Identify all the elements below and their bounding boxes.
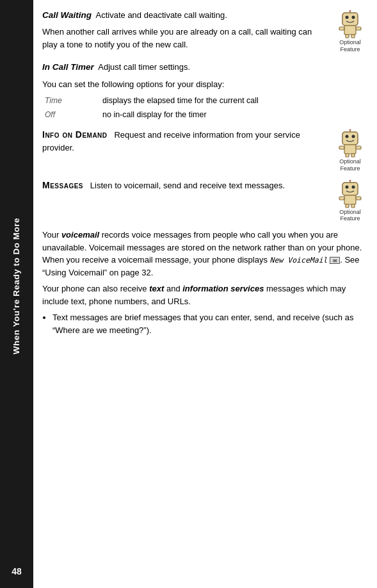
voicemail-section: Your voicemail records voice messages fr…: [42, 229, 367, 336]
messages-optional-icon: OptionalFeature: [333, 179, 367, 223]
optional-feature-svg-2: [336, 129, 364, 158]
in-call-timer-section: In Call Timer Adjust call timer settings…: [42, 61, 367, 122]
info-on-demand-section: Info on Demand Request and receive infor…: [42, 128, 367, 172]
svg-point-23: [346, 185, 349, 188]
info-on-demand-para: Info on Demand Request and receive infor…: [42, 128, 328, 154]
text-para-mid: and: [164, 284, 182, 293]
info-on-demand-heading: Info on Demand: [42, 129, 108, 140]
svg-rect-31: [351, 204, 355, 208]
in-call-timer-heading-para: In Call Timer Adjust call timer settings…: [42, 61, 367, 74]
call-waiting-detail: When another call arrives while you are …: [42, 26, 328, 51]
messages-text: Messages Listen to voicemail, send and r…: [42, 179, 333, 196]
svg-rect-17: [344, 145, 356, 154]
optional-feature-label-1: OptionalFeature: [339, 39, 361, 53]
svg-rect-29: [356, 197, 361, 200]
voicemail-para: Your voicemail records voice messages fr…: [42, 229, 367, 279]
messages-intro: Listen to voicemail, send and receive te…: [90, 181, 285, 190]
svg-rect-22: [342, 183, 358, 195]
optional-feature-label-3: OptionalFeature: [339, 209, 361, 223]
messages-section: Messages Listen to voicemail, send and r…: [42, 179, 367, 223]
option-time-desc: displays the elapsed time for the curren…: [100, 94, 367, 108]
svg-rect-6: [339, 27, 344, 30]
option-off-name: Off: [42, 108, 100, 122]
main-content: Call Waiting Activate and deactivate cal…: [33, 0, 377, 588]
svg-rect-8: [346, 35, 349, 38]
svg-rect-18: [339, 146, 344, 149]
sidebar: When You're Ready to Do More 48: [0, 0, 33, 588]
sidebar-title: When You're Ready to Do More: [11, 211, 22, 361]
svg-rect-28: [339, 197, 344, 200]
svg-rect-7: [356, 27, 361, 30]
page-number: 48: [12, 566, 22, 576]
voicemail-display-text: New VoiceMail: [270, 256, 328, 265]
optional-feature-icon-2: OptionalFeature: [336, 129, 364, 172]
svg-rect-27: [344, 195, 356, 204]
messages-heading: Messages: [42, 180, 83, 190]
svg-rect-20: [346, 154, 349, 157]
svg-point-13: [346, 135, 349, 138]
svg-rect-5: [344, 26, 356, 35]
optional-feature-svg-3: [336, 180, 364, 208]
svg-point-2: [352, 16, 355, 19]
call-waiting-text: Call Waiting Activate and deactivate cal…: [42, 9, 333, 54]
list-item: Text messages are brief messages that yo…: [52, 311, 367, 336]
timer-options-table: Time displays the elapsed time for the c…: [42, 94, 367, 122]
call-waiting-heading-para: Call Waiting Activate and deactivate cal…: [42, 9, 328, 22]
optional-feature-svg-1: Optional Feature: [336, 10, 364, 38]
info-on-demand-text: Info on Demand Request and receive infor…: [42, 128, 333, 158]
svg-rect-12: [342, 132, 358, 145]
svg-rect-0: [342, 13, 358, 26]
in-call-timer-intro: Adjust call timer settings.: [98, 62, 190, 72]
voicemail-para-pre: Your: [42, 230, 61, 240]
optional-feature-icon-3: OptionalFeature: [336, 180, 364, 223]
optional-feature-label-2: OptionalFeature: [339, 158, 361, 172]
table-row: Off no in-call display for the timer: [42, 108, 367, 122]
option-time-name: Time: [42, 94, 100, 108]
svg-rect-21: [351, 154, 355, 157]
svg-point-24: [352, 185, 355, 188]
svg-point-14: [352, 135, 355, 138]
text-para-pre: Your phone can also receive: [42, 284, 149, 293]
in-call-timer-detail: You can set the following options for yo…: [42, 78, 367, 91]
table-row: Time displays the elapsed time for the c…: [42, 94, 367, 108]
call-waiting-heading: Call Waiting: [42, 10, 92, 20]
in-call-timer-heading: In Call Timer: [42, 62, 94, 72]
call-waiting-optional-icon: Optional Feature OptionalFeature: [333, 9, 367, 53]
option-off-desc: no in-call display for the timer: [100, 108, 367, 122]
call-waiting-intro: Activate and deactivate call waiting.: [96, 10, 227, 20]
info-services-word: information services: [182, 284, 264, 293]
svg-rect-9: [351, 35, 355, 38]
info-on-demand-optional-icon: OptionalFeature: [333, 128, 367, 172]
svg-point-1: [346, 16, 349, 19]
messages-heading-para: Messages Listen to voicemail, send and r…: [42, 179, 328, 192]
svg-point-26: [349, 180, 351, 181]
voicemail-icon: ✉: [330, 257, 340, 264]
svg-rect-19: [356, 146, 361, 149]
call-waiting-section: Call Waiting Activate and deactivate cal…: [42, 9, 367, 54]
text-word: text: [149, 284, 164, 293]
svg-rect-30: [346, 204, 349, 208]
optional-feature-icon-1: Optional Feature OptionalFeature: [336, 10, 364, 53]
voicemail-word: voicemail: [61, 230, 99, 240]
text-services-para: Your phone can also receive text and inf…: [42, 282, 367, 307]
bullet-list: Text messages are brief messages that yo…: [52, 311, 367, 336]
svg-point-16: [349, 129, 351, 131]
svg-point-4: [349, 10, 351, 12]
